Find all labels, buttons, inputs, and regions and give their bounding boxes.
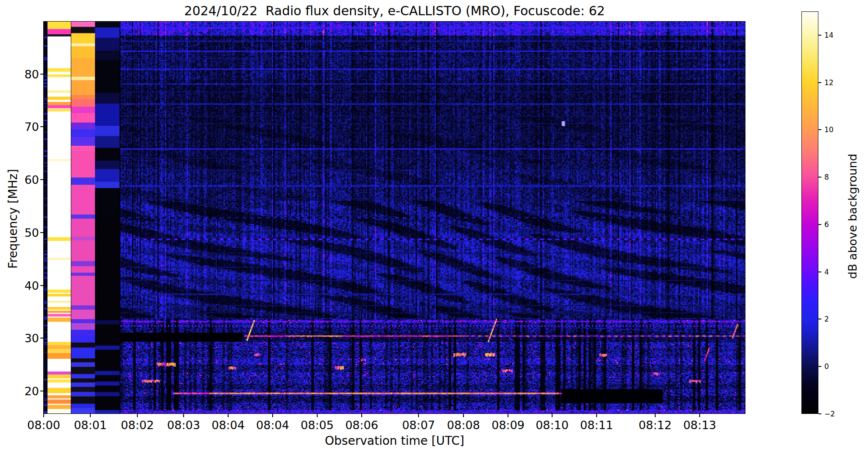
colorbar-tick-mark <box>818 272 821 272</box>
x-axis-label: Observation time [UTC] <box>44 434 745 448</box>
y-tick-mark <box>40 232 44 233</box>
colorbar-tick-mark <box>818 129 821 130</box>
colorbar-tick-label: 6 <box>824 220 829 229</box>
x-tick-mark <box>508 414 508 417</box>
y-axis-label: Frequency [MHz] <box>6 130 20 308</box>
colorbar-tick-mark <box>818 224 821 225</box>
colorbar-tick-label: 2 <box>824 315 829 323</box>
y-tick-mark <box>40 285 44 286</box>
colorbar-tick-mark <box>818 35 821 36</box>
colorbar-tick-mark <box>818 319 821 319</box>
x-tick-mark <box>463 414 464 417</box>
x-tick-mark <box>183 414 184 417</box>
x-tick-mark <box>43 414 44 417</box>
colorbar-tick-label: 8 <box>824 173 829 181</box>
colorbar-tick-mark <box>818 413 821 414</box>
y-tick-mark <box>40 338 44 338</box>
x-tick-mark <box>418 414 419 417</box>
colorbar-tick-mark <box>818 366 821 367</box>
y-tick-mark <box>40 179 44 180</box>
y-tick-mark <box>40 391 44 391</box>
colorbar-tick-mark <box>818 177 821 177</box>
x-tick-mark <box>228 414 229 417</box>
x-tick-label: 08:12 <box>639 419 672 432</box>
x-tick-mark <box>596 414 597 417</box>
y-tick-label: 30 <box>14 332 39 345</box>
x-tick-label: 08:13 <box>683 419 716 432</box>
colorbar-gradient <box>801 11 818 414</box>
y-tick-label: 80 <box>14 67 39 80</box>
x-tick-label: 08:02 <box>121 419 154 432</box>
y-tick-label: 20 <box>14 385 39 398</box>
x-tick-label: 08:04 <box>212 419 245 432</box>
x-tick-label: 08:09 <box>491 419 525 432</box>
x-tick-mark <box>361 414 362 417</box>
colorbar-tick-label: 10 <box>824 125 834 134</box>
x-tick-label: 08:11 <box>580 419 613 432</box>
y-tick-mark <box>40 126 44 127</box>
x-tick-label: 08:10 <box>536 419 569 432</box>
x-tick-label: 08:06 <box>345 419 378 432</box>
x-tick-label: 08:05 <box>301 419 334 432</box>
colorbar-tick-label: 12 <box>824 78 834 87</box>
x-tick-label: 08:00 <box>27 419 60 432</box>
y-tick-mark <box>40 74 44 75</box>
spectrogram-canvas <box>44 22 745 414</box>
colorbar-label: dB above background <box>846 128 859 305</box>
x-tick-mark <box>90 414 91 417</box>
x-tick-label: 08:04 <box>256 419 289 432</box>
x-tick-label: 08:08 <box>447 419 480 432</box>
x-tick-label: 08:03 <box>167 419 200 432</box>
x-tick-mark <box>272 414 273 417</box>
colorbar-tick-label: 4 <box>824 268 829 276</box>
figure-title: 2024/10/22 Radio flux density, e-CALLIST… <box>44 3 745 18</box>
x-tick-mark <box>655 414 656 417</box>
x-tick-mark <box>137 414 138 417</box>
x-tick-label: 08:01 <box>74 419 107 432</box>
x-tick-mark <box>552 414 553 417</box>
spectrogram-figure: 2024/10/22 Radio flux density, e-CALLIST… <box>0 0 868 452</box>
x-tick-label: 08:07 <box>402 419 435 432</box>
colorbar-tick-label: 14 <box>824 31 834 39</box>
x-tick-mark <box>317 414 318 417</box>
colorbar-tick-label: −2 <box>824 410 835 418</box>
colorbar-tick-mark <box>818 82 821 83</box>
x-tick-mark <box>699 414 700 417</box>
colorbar-tick-label: 0 <box>824 362 829 371</box>
